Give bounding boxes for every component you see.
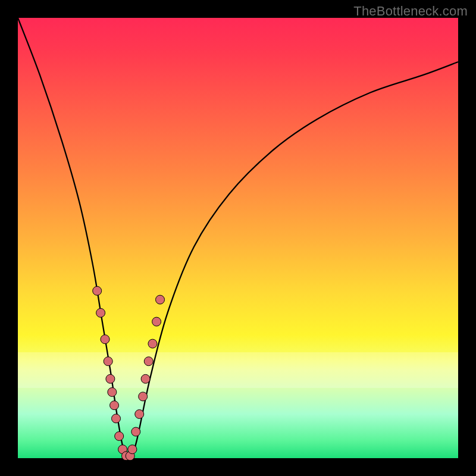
data-dot	[104, 357, 112, 366]
data-dot	[135, 410, 144, 419]
bottleneck-curve	[18, 18, 458, 459]
data-dot	[108, 388, 117, 397]
data-dot	[141, 374, 150, 383]
data-dot	[144, 357, 153, 366]
data-dot	[148, 339, 157, 348]
data-dot	[96, 308, 105, 317]
data-dot	[101, 335, 109, 344]
data-dot	[156, 295, 165, 304]
watermark-text: TheBottleneck.com	[353, 4, 468, 19]
chart-svg	[18, 18, 458, 458]
data-dot	[112, 414, 121, 423]
dots-group	[93, 286, 165, 461]
data-dot	[131, 427, 140, 436]
data-dot	[93, 286, 102, 295]
data-dot	[139, 392, 148, 401]
data-dot	[110, 401, 119, 410]
chart-frame: TheBottleneck.com	[0, 0, 476, 476]
data-dot	[106, 374, 115, 383]
data-dot	[128, 445, 137, 454]
plot-area	[18, 18, 458, 458]
data-dot	[152, 317, 161, 326]
data-dot	[115, 432, 124, 441]
